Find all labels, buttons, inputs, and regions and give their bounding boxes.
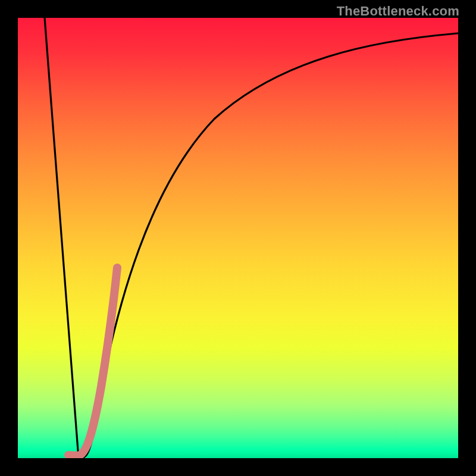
plot-area [18, 18, 458, 458]
chart-curve [45, 18, 458, 458]
chart-svg [18, 18, 458, 458]
chart-root: TheBottleneck.com [0, 0, 476, 476]
watermark-text: TheBottleneck.com [337, 4, 459, 19]
